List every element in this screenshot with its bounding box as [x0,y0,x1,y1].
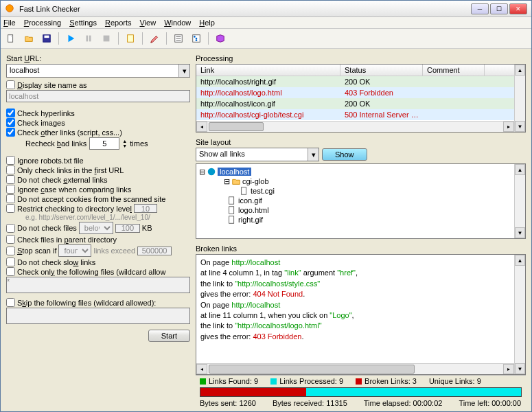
spinner-icon[interactable]: ▲▼ [122,139,127,148]
pause-icon[interactable] [81,31,96,46]
processing-table: Link Status Comment http://localhost/rig… [196,64,526,133]
chevron-down-icon[interactable]: ▾ [308,148,319,161]
table-row[interactable]: http://localhost/icon.gif200 OK [196,98,525,109]
menu-window[interactable]: Window [164,19,191,27]
svg-rect-6 [104,36,110,42]
statusbar-2: Bytes sent: 1260 Bytes received: 11315 T… [196,399,526,409]
site-layout-title: Site layout [196,138,526,146]
menu-reports[interactable]: Reports [105,19,132,27]
titlebar: Fast Link Checker ─ ☐ ✕ [1,1,531,17]
start-button[interactable]: Start [148,330,190,342]
layout-filter-combo[interactable]: Show all links ▾ [196,148,319,161]
app-icon [5,3,16,14]
vscrollbar[interactable]: ▲▼ [514,164,525,238]
list-icon[interactable] [171,31,186,46]
left-pane: Start URL: localhost ▾ Display site name… [1,49,193,411]
no-cookies-checkbox[interactable] [6,194,15,203]
stop-scan-checkbox[interactable] [6,247,15,255]
no-files-mode-select[interactable]: below [79,222,113,234]
open-icon[interactable] [21,31,36,46]
only-files-textarea[interactable]: * [6,277,190,293]
menu-settings[interactable]: Settings [69,19,97,27]
minimize-button[interactable]: ─ [471,3,489,14]
new-icon[interactable] [3,31,19,46]
table-row[interactable]: http://localhost/logo.html403 Forbidden [196,87,525,98]
site-tree-panel: ⊟localhost ⊟cgi-glob test.cgi icon.gif l… [196,163,526,239]
svg-rect-19 [229,207,234,214]
stop-mode-select[interactable]: found [58,244,91,257]
window-title: Fast Link Checker [19,5,471,13]
tree-item[interactable]: test.cgi [236,186,522,196]
display-name-input[interactable] [6,90,190,102]
hscrollbar[interactable]: ◂▸ [196,121,514,132]
recheck-input[interactable] [89,137,119,150]
menu-file[interactable]: File [3,19,16,27]
tree-item[interactable]: right.gif [224,215,522,225]
start-url-combo[interactable]: localhost ▾ [6,64,190,78]
processing-title: Processing [196,54,526,62]
menubar: File Processing Settings Reports View Wi… [1,17,531,29]
table-row[interactable]: http://localhost/cgi-glob/test.cgi500 In… [196,109,525,120]
display-name-label: Display site name as [17,81,87,89]
hscrollbar[interactable]: ◂▸ [196,363,514,374]
only-files-checkbox[interactable] [6,267,15,276]
svg-rect-18 [229,197,234,205]
vscrollbar[interactable]: ▲▼ [514,65,525,132]
svg-rect-17 [242,187,246,195]
svg-point-15 [196,39,198,41]
no-external-checkbox[interactable] [6,175,15,184]
save-icon[interactable] [39,31,54,46]
app-window: Fast Link Checker ─ ☐ ✕ File Processing … [0,0,532,412]
tree-item[interactable]: ⊟cgi-glob [224,176,522,186]
no-slow-checkbox[interactable] [6,258,15,266]
maximize-button[interactable]: ☐ [490,3,508,14]
svg-point-14 [196,38,198,40]
table-row[interactable]: http://localhost/right.gif200 OK [196,76,525,87]
tree-item[interactable]: icon.gif [224,196,522,205]
skip-files-checkbox[interactable] [6,298,15,307]
chevron-down-icon[interactable]: ▾ [178,65,189,77]
ignore-robots-checkbox[interactable] [6,156,15,165]
site-tree[interactable]: ⊟localhost ⊟cgi-glob test.cgi icon.gif l… [196,164,525,227]
svg-rect-4 [86,36,89,42]
restrict-dir-checkbox[interactable] [6,204,15,213]
toolbar [1,29,531,49]
check-images-checkbox[interactable] [6,118,15,127]
no-files-size-input[interactable] [115,224,140,233]
skip-files-textarea[interactable] [6,308,190,324]
parent-dir-checkbox[interactable] [6,235,15,244]
ignore-case-checkbox[interactable] [6,185,15,194]
tree-item[interactable]: logo.html [224,205,522,215]
close-button[interactable]: ✕ [509,3,527,14]
check-other-checkbox[interactable] [6,128,15,137]
first-url-checkbox[interactable] [6,165,15,174]
report-icon[interactable] [123,31,138,46]
help-icon[interactable] [213,31,228,46]
svg-point-0 [6,4,14,12]
menu-processing[interactable]: Processing [24,19,61,27]
svg-rect-5 [89,36,91,42]
svg-rect-20 [229,216,234,224]
svg-point-16 [208,168,216,176]
svg-rect-3 [45,36,49,38]
restrict-level-input[interactable] [134,204,157,213]
svg-rect-1 [8,35,13,43]
display-name-checkbox[interactable] [6,80,15,89]
show-button[interactable]: Show [322,148,367,161]
menu-view[interactable]: View [139,19,156,27]
tree-icon[interactable] [189,31,204,46]
pencil-icon[interactable] [147,31,162,46]
tree-root[interactable]: localhost [218,168,251,176]
menu-help[interactable]: Help [199,19,215,27]
collapse-icon[interactable]: ⊟ [199,168,205,176]
stop-icon[interactable] [99,31,114,46]
progress-bar [200,387,522,397]
svg-rect-7 [128,35,134,43]
no-files-checkbox[interactable] [6,224,15,233]
broken-title: Broken links [196,244,526,253]
play-icon[interactable] [63,31,78,46]
statusbar: Links Found: 9 Links Processed: 9 Broken… [196,375,526,387]
check-hyperlinks-checkbox[interactable] [6,108,15,117]
svg-point-13 [194,36,196,38]
vscrollbar[interactable]: ▲▼ [514,255,525,374]
